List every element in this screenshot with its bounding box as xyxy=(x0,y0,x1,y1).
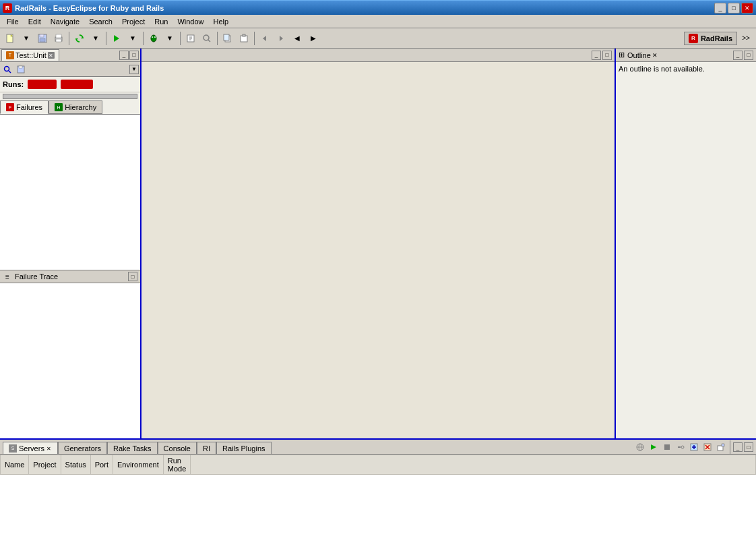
center-maximize[interactable]: □ xyxy=(602,51,612,60)
right-panel-maximize[interactable]: □ xyxy=(744,51,753,60)
bottom-add-button[interactable] xyxy=(688,441,700,453)
test-unit-tab[interactable]: T Test::Unit ✕ xyxy=(1,49,59,61)
center-editor-area xyxy=(141,62,615,438)
test-unit-tab-label: Test::Unit xyxy=(15,51,46,59)
close-button[interactable]: ✕ xyxy=(741,3,753,13)
failure-trace-header: ≡ Failure Trace □ xyxy=(0,270,140,283)
col-run-mode: Run Mode xyxy=(163,455,191,475)
open-type-button[interactable] xyxy=(183,31,198,46)
test-content-area xyxy=(0,115,140,270)
test-tabs: F Failures H Hierarchy xyxy=(0,100,140,115)
svg-rect-6 xyxy=(56,34,61,38)
search-button[interactable] xyxy=(199,31,214,46)
title-bar: R RadRails - EasyEclipse for Ruby and Ra… xyxy=(0,0,756,15)
right-panel-minimize[interactable]: _ xyxy=(733,51,743,60)
toolbar-separator-5 xyxy=(217,32,218,45)
center-minimize[interactable]: _ xyxy=(592,51,601,60)
save-button[interactable] xyxy=(35,31,50,46)
tab-console-label: Console xyxy=(164,444,191,453)
menu-window[interactable]: Window xyxy=(173,16,208,27)
test-unit-close[interactable]: ✕ xyxy=(48,52,55,59)
hierarchy-tab[interactable]: H Hierarchy xyxy=(49,100,102,114)
tab-servers[interactable]: S Servers ✕ xyxy=(3,442,58,454)
prev-edit-button[interactable]: ◀ xyxy=(290,31,305,46)
run-button[interactable] xyxy=(109,31,124,46)
bottom-disconnect-button[interactable] xyxy=(674,441,687,453)
menu-navigate[interactable]: Navigate xyxy=(46,16,84,27)
tab-ri[interactable]: RI xyxy=(197,442,216,454)
refresh-button[interactable] xyxy=(72,31,87,46)
toolbar-separator-3 xyxy=(143,32,144,45)
menu-run[interactable]: Run xyxy=(150,16,172,27)
svg-point-12 xyxy=(152,36,153,38)
copy-button[interactable] xyxy=(220,31,235,46)
menu-help[interactable]: Help xyxy=(210,16,233,27)
next-edit-button[interactable]: ▶ xyxy=(306,31,321,46)
outline-close-icon: ✕ xyxy=(652,52,658,59)
minimize-button[interactable]: _ xyxy=(714,3,726,13)
failure-trace-view-menu[interactable]: □ xyxy=(128,272,137,281)
maximize-button[interactable]: □ xyxy=(728,3,740,13)
tab-servers-close[interactable]: ✕ xyxy=(46,446,52,451)
svg-point-11 xyxy=(151,35,156,42)
main-toolbar: ▼ ▼ ▼ ▼ ◀ ▶ R R xyxy=(0,28,756,49)
left-panel-view-menu[interactable]: ▼ xyxy=(129,65,139,74)
test-search-button[interactable] xyxy=(1,63,13,76)
svg-line-19 xyxy=(208,40,210,42)
svg-rect-4 xyxy=(40,38,45,42)
debug-button[interactable] xyxy=(146,31,161,46)
test-save-button[interactable] xyxy=(15,63,27,76)
tab-rake-tasks[interactable]: Rake Tasks xyxy=(107,442,158,454)
tab-console[interactable]: Console xyxy=(158,442,197,454)
paste-button[interactable] xyxy=(237,31,251,46)
failures-tab-label: Failures xyxy=(16,103,42,111)
bottom-maximize[interactable]: □ xyxy=(744,442,753,452)
print-button[interactable] xyxy=(51,31,66,46)
refresh-dropdown[interactable]: ▼ xyxy=(88,31,103,46)
radrails-perspective[interactable]: R RadRails xyxy=(684,32,737,45)
failures-label: Failures xyxy=(61,80,93,89)
bottom-content: Name Project Status Port Environment Run… xyxy=(0,455,756,553)
left-panel-toolbar: ▼ xyxy=(0,62,140,77)
bottom-stop-button[interactable] xyxy=(661,441,673,453)
bottom-sep-1 xyxy=(730,440,730,454)
window-title: RadRails - EasyEclipse for Ruby and Rail… xyxy=(15,4,164,12)
svg-rect-34 xyxy=(664,444,670,450)
new-dropdown-button[interactable]: ▼ xyxy=(19,31,34,46)
nav-back-button[interactable] xyxy=(257,31,272,46)
tab-ri-label: RI xyxy=(203,444,210,453)
bottom-minimize[interactable]: _ xyxy=(733,442,743,452)
bottom-run-button[interactable] xyxy=(648,441,660,453)
app-icon: R xyxy=(3,3,12,13)
left-panel-maximize[interactable]: □ xyxy=(129,51,139,60)
svg-line-27 xyxy=(9,71,11,73)
tab-servers-icon: S xyxy=(9,444,17,453)
center-header-controls: _ □ xyxy=(592,51,612,60)
tab-generators[interactable]: Generators xyxy=(58,442,107,454)
failure-trace-icon: ≡ xyxy=(3,272,12,281)
toolbar-separator-6 xyxy=(254,32,255,45)
left-panel-minimize[interactable]: _ xyxy=(119,51,129,60)
menu-file[interactable]: File xyxy=(3,16,23,27)
debug-dropdown[interactable]: ▼ xyxy=(162,31,177,46)
menu-project[interactable]: Project xyxy=(118,16,149,27)
bottom-globe-button[interactable] xyxy=(634,441,646,453)
col-project: Project xyxy=(29,455,61,475)
failure-trace-expand[interactable]: □ xyxy=(128,272,137,281)
expand-toolbar-button[interactable]: >> xyxy=(738,31,753,46)
run-dropdown[interactable]: ▼ xyxy=(125,31,140,46)
title-bar-buttons[interactable]: _ □ ✕ xyxy=(714,3,753,13)
failures-tab[interactable]: F Failures xyxy=(0,100,49,114)
bottom-edit-button[interactable] xyxy=(715,441,727,453)
svg-rect-3 xyxy=(40,34,44,37)
svg-rect-29 xyxy=(19,66,22,68)
new-button[interactable] xyxy=(3,31,18,46)
tab-rails-plugins[interactable]: Rails Plugins xyxy=(216,442,272,454)
bottom-tabs-bar: S Servers ✕ Generators Rake Tasks Consol… xyxy=(0,440,756,455)
nav-forward-button[interactable] xyxy=(274,31,288,46)
svg-rect-23 xyxy=(243,34,245,36)
bottom-delete-button[interactable] xyxy=(701,441,714,453)
menu-search[interactable]: Search xyxy=(85,16,117,27)
toolbar-separator-1 xyxy=(69,32,69,45)
menu-edit[interactable]: Edit xyxy=(24,16,45,27)
